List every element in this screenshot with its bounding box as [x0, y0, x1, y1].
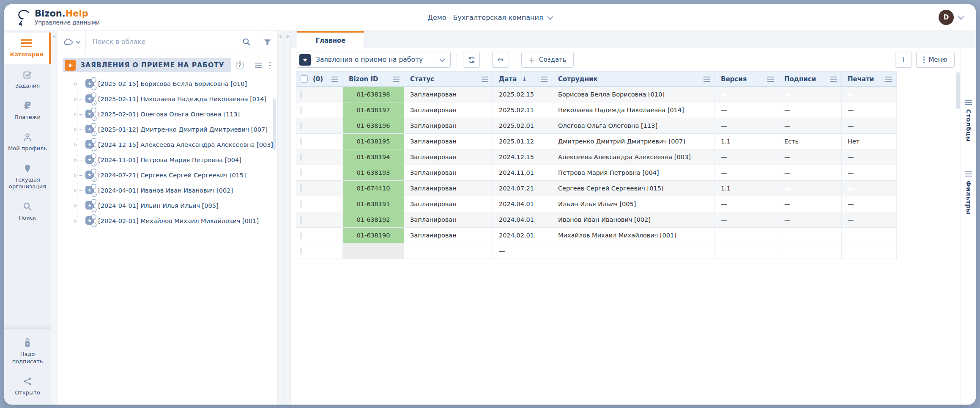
menu-button[interactable]: Меню — [916, 52, 955, 68]
tree-item[interactable]: ▷ ★ — [57, 122, 277, 137]
column-version[interactable]: Версия — [715, 72, 778, 87]
employee-cell[interactable]: Алексеева Александра Алексеевна [003] — [552, 149, 715, 165]
category-dropdown[interactable]: ★ Заявления о приеме на работу — [297, 52, 451, 68]
collapse-tree-handle[interactable]: « — [277, 31, 284, 405]
bizon-id-cell[interactable]: 01-638198 — [343, 87, 404, 102]
tree-item[interactable]: ▷ ★ — [57, 107, 277, 122]
cloud-search-input[interactable] — [86, 31, 236, 53]
sidebar-item-search[interactable]: Поиск — [4, 196, 51, 227]
version-cell[interactable]: 1.1 — [715, 181, 778, 196]
tree-item[interactable]: ▷ ★ — [57, 76, 277, 91]
tree-item[interactable]: ▷ ★ — [57, 152, 277, 168]
employee-cell[interactable]: Сергеев Сергей Сергеевич [015] — [552, 181, 715, 196]
version-cell[interactable]: — — [715, 228, 778, 243]
expand-triangle-icon[interactable]: ▷ — [74, 81, 78, 86]
column-menu-icon[interactable] — [541, 77, 547, 82]
row-checkbox[interactable] — [301, 153, 301, 161]
version-cell[interactable]: — — [715, 102, 778, 118]
expand-triangle-icon[interactable]: ▷ — [74, 112, 78, 116]
bizon-id-cell[interactable]: 01-638190 — [343, 228, 404, 243]
collapse-sidebar-handle[interactable]: « — [51, 31, 57, 405]
date-cell[interactable]: 2024.12.15 — [493, 149, 552, 165]
table-row[interactable]: 01-638197 Запланирован 2025.02.11 Никола… — [296, 102, 897, 118]
sidebar-item-tasks[interactable]: Задания — [4, 64, 51, 95]
column-menu-icon[interactable] — [767, 77, 774, 82]
employee-cell[interactable]: Иванов Иван Иванович [002] — [552, 212, 715, 228]
table-empty-row[interactable]: — — [296, 243, 897, 259]
status-cell[interactable]: Запланирован — [404, 228, 493, 243]
expand-triangle-icon[interactable]: ▷ — [74, 203, 78, 208]
status-cell[interactable]: Запланирован — [404, 212, 493, 228]
signatures-cell[interactable]: — — [778, 118, 842, 134]
date-cell[interactable]: 2025.02.01 — [493, 118, 552, 134]
stamps-cell[interactable]: — — [842, 149, 897, 165]
expand-triangle-icon[interactable]: ▷ — [74, 96, 78, 101]
version-cell[interactable]: — — [715, 118, 778, 134]
date-cell[interactable]: 2024.11.01 — [493, 165, 552, 181]
status-cell[interactable]: Запланирован — [404, 118, 493, 134]
table-row[interactable]: 01-674410 Запланирован 2024.07.21 Сергее… — [296, 181, 897, 196]
tree-scrollbar[interactable] — [273, 99, 276, 150]
column-employee[interactable]: Сотрудник — [552, 72, 715, 87]
date-cell[interactable]: 2025.01.12 — [493, 134, 552, 149]
bizon-id-cell[interactable]: 01-638196 — [343, 118, 404, 134]
signatures-cell[interactable]: — — [778, 165, 842, 181]
sidebar-item-profile[interactable]: Мой профиль — [4, 127, 51, 158]
row-checkbox[interactable] — [301, 247, 301, 255]
search-button[interactable] — [236, 31, 257, 53]
stamps-cell[interactable]: — — [842, 228, 897, 243]
expand-triangle-icon[interactable]: ▷ — [74, 142, 78, 147]
version-cell[interactable]: — — [715, 87, 778, 102]
status-cell[interactable]: Запланирован — [404, 196, 493, 212]
signatures-cell[interactable]: — — [778, 181, 842, 196]
column-menu-icon[interactable] — [830, 77, 837, 82]
bizon-id-cell[interactable]: 01-674410 — [343, 181, 404, 196]
sidebar-item-categories[interactable]: Категории — [4, 33, 51, 64]
table-row[interactable]: 01-638193 Запланирован 2024.11.01 Петров… — [296, 165, 897, 181]
tree-item[interactable]: ▷ ★ — [57, 213, 277, 229]
employee-cell[interactable]: Олегова Ольга Олеговна [113] — [552, 118, 715, 134]
signatures-cell[interactable]: — — [778, 87, 842, 102]
signatures-cell[interactable]: — — [778, 102, 842, 118]
column-menu-icon[interactable] — [704, 77, 710, 82]
signatures-cell[interactable]: — — [778, 212, 842, 228]
organization-selector[interactable]: Демо - Бухгалтерская компания — [427, 14, 552, 22]
expand-triangle-icon[interactable]: ▷ — [74, 188, 78, 193]
row-checkbox[interactable] — [301, 169, 301, 176]
date-cell[interactable]: 2025.02.15 — [493, 87, 552, 102]
column-date[interactable]: Дата↓ — [493, 72, 552, 87]
row-checkbox[interactable] — [301, 185, 301, 192]
status-cell[interactable]: Запланирован — [404, 102, 493, 118]
column-status[interactable]: Статус — [404, 72, 493, 87]
stamps-cell[interactable]: — — [842, 165, 897, 181]
row-checkbox[interactable] — [301, 138, 301, 145]
sidebar-item-payments[interactable]: ₽ Платежи — [4, 95, 51, 127]
bizon-id-cell[interactable]: 01-638192 — [343, 212, 404, 228]
status-cell[interactable]: Запланирован — [404, 149, 493, 165]
date-cell[interactable]: 2024.04.01 — [493, 196, 552, 212]
sidebar-item-need-to-sign[interactable]: Надо подписать — [4, 332, 51, 371]
tree-item[interactable]: ▷ ★ — [57, 198, 277, 213]
bizon-id-cell[interactable]: 01-638197 — [343, 102, 404, 118]
sidebar-item-open[interactable]: Открыто — [4, 371, 51, 402]
main-scrollbar[interactable] — [956, 72, 960, 109]
version-cell[interactable]: 1.1 — [715, 134, 778, 149]
tree-more-menu-icon[interactable] — [269, 62, 271, 69]
bizon-id-cell[interactable]: 01-638191 — [343, 196, 404, 212]
user-menu[interactable]: D — [939, 10, 976, 25]
employee-cell[interactable]: Михайлов Михаил Михайлович [001] — [552, 228, 715, 243]
employee-cell[interactable]: Дмитренко Дмитрий Дмитриевич [007] — [552, 134, 715, 149]
signatures-cell[interactable]: Есть — [778, 134, 842, 149]
status-cell[interactable]: Запланирован — [404, 134, 493, 149]
table-row[interactable]: 01-638194 Запланирован 2024.12.15 Алексе… — [296, 149, 897, 165]
date-cell[interactable]: 2024.07.21 — [493, 181, 552, 196]
row-checkbox[interactable] — [301, 216, 301, 223]
create-button[interactable]: + Создать — [521, 52, 574, 68]
column-menu-icon[interactable] — [885, 77, 892, 82]
stamps-cell[interactable]: — — [842, 102, 897, 118]
tab-main[interactable]: Главное — [297, 31, 364, 48]
column-menu-icon[interactable] — [482, 77, 488, 82]
bizon-id-cell[interactable]: 01-638195 — [343, 134, 404, 149]
column-signatures[interactable]: Подписи — [778, 72, 842, 87]
version-cell[interactable]: — — [715, 165, 778, 181]
